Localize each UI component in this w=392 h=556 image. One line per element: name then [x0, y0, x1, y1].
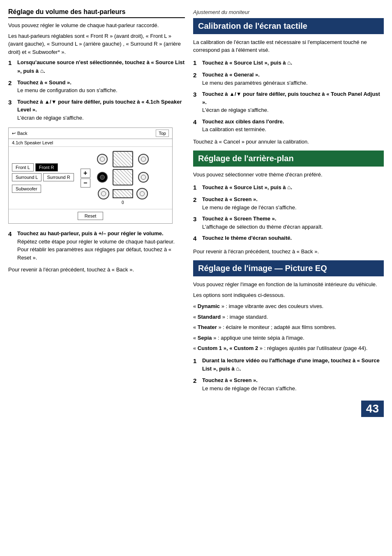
sub-icon-l: [98, 188, 109, 199]
car-body-rear: [113, 151, 133, 167]
cal-step-1: 1 Touchez à « Source List », puis à ⌂.: [193, 58, 384, 68]
plus-minus-controls: + −: [81, 169, 90, 188]
diagram-subtitle: 4.1ch Speaker Level: [9, 139, 172, 147]
minus-button[interactable]: −: [81, 178, 90, 188]
surround-l-icon: [97, 154, 108, 164]
front-l-button[interactable]: Front L: [12, 163, 34, 171]
bg-step-2: 2 Touchez à « Screen ». Le menu de régla…: [193, 195, 384, 211]
diagram-header: ↩ Back Top: [9, 128, 172, 139]
left-back-note: Pour revenir à l'écran précédent, touche…: [8, 266, 185, 274]
bg-step-1: 1 Touchez à « Source List », puis à ⌂.: [193, 183, 384, 192]
step-2-num: 2: [8, 79, 15, 95]
page-number-container: 43: [193, 401, 384, 417]
sub-body: [113, 189, 133, 198]
surround-r-button[interactable]: Surround R: [43, 173, 74, 181]
speaker-diagram: ↩ Back Top 4.1ch Speaker Level Front L F…: [8, 127, 173, 224]
picture-eq-title: Réglage de l'image — Picture EQ: [198, 264, 379, 273]
bg-title: Réglage de l'arrière-plan: [198, 154, 379, 163]
bg-back-note: Pour revenir à l'écran précédent, touche…: [193, 248, 384, 256]
front-r-icon: [138, 172, 149, 183]
bg-step-3: 3 Touchez à « Screen Theme ». L'affichag…: [193, 215, 384, 231]
left-intro-2: Les haut-parleurs réglables sont « Front…: [8, 32, 185, 56]
option-theater: « Theater » : éclaire le moniteur ; adap…: [193, 323, 384, 331]
left-step-3: 3 Touchez à ▲/▼ pour faire défiler, puis…: [8, 98, 185, 122]
surround-l-button[interactable]: Surround L: [12, 173, 42, 181]
zero-label: 0: [122, 200, 124, 205]
right-column: Ajustement du moniteur Calibration de l'…: [193, 8, 384, 548]
sub-icon-r: [136, 188, 148, 199]
left-section-title: Réglage du volume des haut-parleurs: [8, 8, 185, 18]
top-button[interactable]: Top: [156, 130, 169, 137]
car-body-front: [113, 169, 133, 185]
picture-eq-box: Réglage de l'image — Picture EQ: [193, 260, 384, 276]
rear-speakers-row: [97, 151, 149, 167]
option-sepia: « Sepia » : applique une teinte sépia à …: [193, 334, 384, 342]
front-l-icon: [97, 172, 108, 183]
car-visualization: 0: [97, 151, 149, 205]
page-number: 43: [361, 401, 384, 417]
surround-row: Surround L Surround R: [12, 173, 74, 181]
calibration-section-box: Calibration de l'écran tactile: [193, 18, 384, 34]
bg-intro: Vous pouvez sélectionner votre thème d'é…: [193, 171, 384, 179]
step-1-text: Lorsqu'aucune source n'est sélectionnée,…: [17, 58, 185, 75]
subwoofer-diagram-row: [98, 188, 148, 199]
subwoofer-row: Subwoofer: [12, 185, 74, 193]
left-step-1: 1 Lorsqu'aucune source n'est sélectionné…: [8, 58, 185, 75]
picture-eq-intro-1: Vous pouvez régler l'image en fonction d…: [193, 280, 384, 289]
cal-step-2: 2 Touchez à « General ». Le menu des par…: [193, 71, 384, 87]
cal-step-3: 3 Touchez à ▲/▼ pour faire défiler, puis…: [193, 90, 384, 114]
cal-step-4: 4 Touchez aux cibles dans l'ordre. La ca…: [193, 118, 384, 134]
step-1-num: 1: [8, 58, 15, 75]
calibration-intro: La calibration de l'écran tactile est né…: [193, 38, 384, 54]
front-row: Front L Front R: [12, 163, 74, 171]
left-step-2: 2 Touchez à « Sound ». Le menu de config…: [8, 79, 185, 95]
option-custom: « Custom 1 », « Custom 2 » : réglages aj…: [193, 344, 384, 352]
speaker-buttons: Front L Front R Surround L Surround R Su…: [12, 163, 74, 193]
step-4-text: Touchez au haut-parleur, puis à +/– pour…: [17, 229, 185, 262]
front-r-button[interactable]: Front R: [35, 163, 58, 171]
cal-cancel-note: Touchez à « Cancel » pour annuler la cal…: [193, 138, 384, 146]
plus-button[interactable]: +: [81, 169, 90, 178]
monitor-label: Ajustement du moniteur: [193, 8, 384, 16]
calibration-title: Calibration de l'écran tactile: [198, 21, 379, 31]
reset-button[interactable]: Reset: [78, 212, 104, 220]
left-step-4: 4 Touchez au haut-parleur, puis à +/– po…: [8, 229, 185, 262]
front-speakers-row: [97, 169, 149, 185]
left-column: Réglage du volume des haut-parleurs Vous…: [8, 8, 185, 548]
left-intro-1: Vous pouvez régler le volume de chaque h…: [8, 21, 185, 30]
option-dynamic: « Dynamic » : image vibrante avec des co…: [193, 302, 384, 310]
subwoofer-button[interactable]: Subwoofer: [12, 185, 41, 193]
picture-step-1: 1 Durant la lecture vidéo ou l'affichage…: [193, 357, 384, 373]
back-button[interactable]: ↩ Back: [12, 131, 27, 136]
picture-eq-intro-2: Les options sont indiquées ci-dessous.: [193, 291, 384, 299]
diagram-controls: Front L Front R Surround L Surround R Su…: [9, 147, 172, 209]
reset-row: Reset: [9, 209, 172, 223]
step-3-text: Touchez à ▲/▼ pour faire défiler, puis t…: [17, 98, 185, 122]
step-3-num: 3: [8, 98, 15, 122]
surround-r-icon: [138, 154, 149, 164]
back-arrow-icon: ↩: [12, 131, 16, 136]
step-4-num: 4: [8, 229, 15, 262]
step-2-text: Touchez à « Sound ». Le menu de configur…: [17, 79, 185, 95]
bg-step-4: 4 Touchez le thème d'écran souhaité.: [193, 234, 384, 243]
bg-section-box: Réglage de l'arrière-plan: [193, 151, 384, 167]
picture-step-2: 2 Touchez à « Screen ». Le menu de régla…: [193, 376, 384, 392]
option-standard: « Standard » : image standard.: [193, 313, 384, 321]
